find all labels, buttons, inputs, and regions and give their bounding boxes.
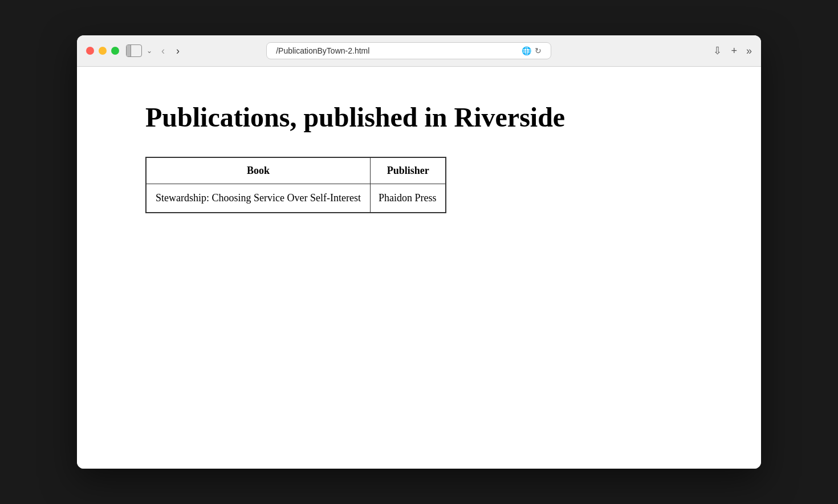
browser-controls: ⌄ <box>126 44 152 57</box>
address-bar[interactable]: /PublicationByTown-2.html 🌐 ↻ <box>266 42 551 59</box>
close-button[interactable] <box>86 47 94 55</box>
download-icon[interactable]: ⇩ <box>713 44 722 57</box>
publications-table: Book Publisher Stewardship: Choosing Ser… <box>145 157 446 213</box>
new-tab-icon[interactable]: + <box>731 45 737 57</box>
traffic-lights <box>86 47 119 55</box>
table-header-row: Book Publisher <box>146 157 446 184</box>
page-content: Publications, published in Riverside Boo… <box>77 67 761 469</box>
maximize-button[interactable] <box>111 47 119 55</box>
publisher-cell: Phaidon Press <box>370 184 446 213</box>
book-column-header: Book <box>146 157 370 184</box>
sidebar-toggle-icon[interactable] <box>126 44 142 57</box>
browser-chrome: ⌄ ‹ › /PublicationByTown-2.html 🌐 ↻ ⇩ + … <box>77 35 761 67</box>
browser-window: ⌄ ‹ › /PublicationByTown-2.html 🌐 ↻ ⇩ + … <box>77 35 761 469</box>
table-row: Stewardship: Choosing Service Over Self-… <box>146 184 446 213</box>
page-title: Publications, published in Riverside <box>145 101 693 134</box>
more-options-icon[interactable]: » <box>746 45 752 57</box>
minimize-button[interactable] <box>99 47 107 55</box>
forward-button[interactable]: › <box>174 45 182 57</box>
browser-actions: ⇩ + » <box>713 44 752 57</box>
reload-icon[interactable]: ↻ <box>535 46 542 55</box>
chevron-down-icon[interactable]: ⌄ <box>147 47 152 55</box>
back-button[interactable]: ‹ <box>159 45 167 57</box>
translate-icon[interactable]: 🌐 <box>522 46 531 55</box>
book-cell: Stewardship: Choosing Service Over Self-… <box>146 184 370 213</box>
address-bar-icons: 🌐 ↻ <box>522 46 542 55</box>
publisher-column-header: Publisher <box>370 157 446 184</box>
url-text: /PublicationByTown-2.html <box>276 46 369 55</box>
